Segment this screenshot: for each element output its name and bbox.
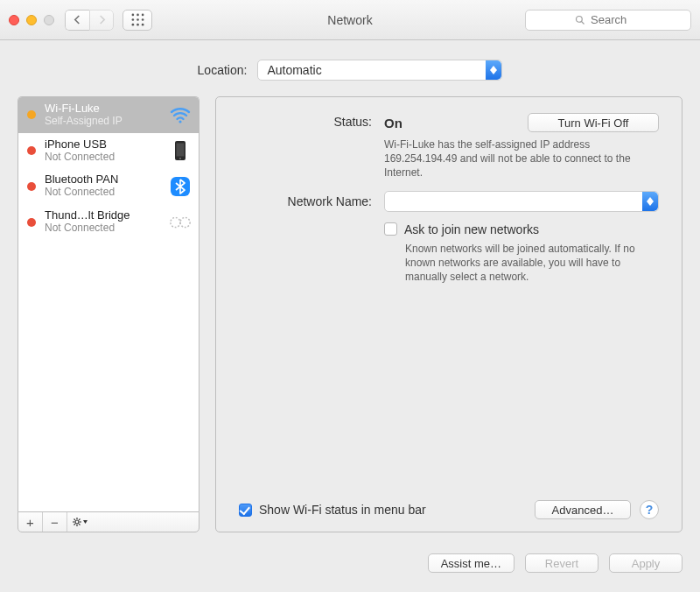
svg-point-9 bbox=[577, 16, 583, 22]
chevron-left-icon bbox=[74, 15, 81, 25]
window-controls bbox=[9, 15, 54, 25]
service-name: Thund…lt Bridge bbox=[45, 209, 160, 222]
chevron-right-icon bbox=[98, 15, 106, 25]
status-dot-icon bbox=[27, 182, 36, 191]
svg-rect-15 bbox=[177, 144, 185, 157]
nav-segment bbox=[65, 10, 114, 31]
status-dot-icon bbox=[27, 110, 36, 119]
service-name: Wi-Fi-Luke bbox=[45, 102, 160, 116]
search-field[interactable] bbox=[525, 10, 691, 31]
panel-footer: Show Wi-Fi status in menu bar Advanced… … bbox=[239, 500, 659, 519]
thunderbolt-bridge-icon bbox=[169, 212, 192, 233]
service-status: Not Connected bbox=[45, 222, 160, 235]
svg-point-1 bbox=[136, 14, 139, 17]
service-bluetooth-pan[interactable]: Bluetooth PAN Not Connected bbox=[18, 168, 199, 204]
minimize-window-button[interactable] bbox=[26, 15, 37, 25]
svg-point-13 bbox=[178, 121, 181, 123]
service-action-menu-button[interactable] bbox=[67, 512, 92, 532]
sidebar: Wi-Fi-Luke Self-Assigned IP bbox=[18, 96, 200, 532]
service-wifi[interactable]: Wi-Fi-Luke Self-Assigned IP bbox=[18, 97, 199, 133]
titlebar: Network bbox=[0, 0, 700, 40]
ask-join-checkbox-row[interactable]: Ask to join new networks bbox=[384, 222, 659, 236]
stepper-icon bbox=[486, 60, 501, 80]
svg-point-7 bbox=[136, 24, 139, 26]
show-menubar-checkbox-row[interactable]: Show Wi-Fi status in menu bar bbox=[239, 503, 426, 517]
apply-button: Apply bbox=[609, 553, 682, 573]
svg-point-20 bbox=[75, 520, 79, 524]
svg-point-8 bbox=[141, 24, 144, 26]
network-name-label: Network Name: bbox=[239, 194, 384, 208]
help-button[interactable]: ? bbox=[640, 500, 659, 519]
ask-join-checkbox[interactable] bbox=[384, 222, 397, 236]
service-iphone-usb[interactable]: iPhone USB Not Connected bbox=[18, 133, 199, 169]
svg-line-28 bbox=[79, 519, 80, 520]
location-label: Location: bbox=[198, 63, 248, 77]
svg-point-0 bbox=[131, 14, 134, 17]
detail-panel: Status: On Turn Wi-Fi Off Wi-Fi-Luke has… bbox=[215, 96, 682, 532]
toggle-wifi-button[interactable]: Turn Wi-Fi Off bbox=[528, 113, 659, 132]
svg-point-18 bbox=[171, 217, 180, 227]
show-menubar-label: Show Wi-Fi status in menu bar bbox=[259, 503, 426, 517]
back-button[interactable] bbox=[65, 10, 89, 31]
gear-dropdown-icon bbox=[72, 516, 88, 528]
network-name-row: Network Name: bbox=[239, 191, 659, 212]
status-dot-icon bbox=[27, 218, 36, 227]
ask-join-label: Ask to join new networks bbox=[404, 222, 539, 236]
svg-point-19 bbox=[180, 217, 190, 227]
show-menubar-checkbox[interactable] bbox=[239, 504, 252, 517]
grid-icon bbox=[131, 13, 144, 26]
bluetooth-icon bbox=[169, 176, 192, 197]
svg-line-26 bbox=[79, 524, 80, 525]
ask-join-hint: Known networks will be joined automatica… bbox=[405, 242, 659, 285]
close-window-button[interactable] bbox=[9, 15, 19, 25]
svg-point-6 bbox=[131, 24, 134, 26]
status-value: On bbox=[384, 116, 402, 130]
network-name-combo[interactable] bbox=[384, 191, 659, 212]
add-service-button[interactable]: + bbox=[18, 512, 43, 532]
location-value: Automatic bbox=[267, 63, 321, 77]
assist-button[interactable]: Assist me… bbox=[428, 553, 514, 573]
status-row: Status: On Turn Wi-Fi Off Wi-Fi-Luke has… bbox=[239, 113, 659, 180]
service-status: Self-Assigned IP bbox=[45, 116, 160, 128]
search-input[interactable] bbox=[589, 12, 641, 27]
wifi-icon bbox=[169, 104, 192, 125]
service-status: Not Connected bbox=[45, 152, 160, 164]
service-status: Not Connected bbox=[45, 187, 160, 199]
show-all-prefs-button[interactable] bbox=[122, 10, 152, 31]
svg-line-25 bbox=[74, 519, 75, 520]
status-dot-icon bbox=[27, 146, 36, 155]
svg-marker-31 bbox=[647, 201, 654, 206]
svg-point-3 bbox=[131, 18, 134, 21]
service-thunderbolt-bridge[interactable]: Thund…lt Bridge Not Connected bbox=[18, 204, 199, 240]
remove-service-button[interactable]: − bbox=[43, 512, 67, 532]
zoom-window-button bbox=[44, 15, 54, 25]
service-name: iPhone USB bbox=[45, 138, 160, 152]
stepper-icon bbox=[642, 192, 658, 211]
svg-point-16 bbox=[179, 158, 181, 159]
status-description: Wi-Fi-Luke has the self-assigned IP addr… bbox=[384, 137, 647, 180]
ask-join-row: Ask to join new networks Known networks … bbox=[239, 222, 659, 285]
svg-point-4 bbox=[136, 18, 139, 21]
svg-line-10 bbox=[582, 21, 584, 24]
service-name: Bluetooth PAN bbox=[45, 173, 160, 187]
svg-point-2 bbox=[141, 14, 144, 17]
svg-point-5 bbox=[141, 18, 144, 21]
status-label: Status: bbox=[239, 113, 384, 129]
search-icon bbox=[575, 15, 585, 25]
location-popup[interactable]: Automatic bbox=[257, 60, 502, 81]
svg-marker-29 bbox=[83, 520, 88, 524]
iphone-icon bbox=[169, 140, 192, 161]
svg-line-27 bbox=[74, 524, 75, 525]
revert-button: Revert bbox=[525, 553, 598, 573]
dialog-buttons: Assist me… Revert Apply bbox=[0, 545, 700, 573]
forward-button bbox=[89, 10, 114, 31]
location-row: Location: Automatic bbox=[0, 40, 700, 96]
advanced-button[interactable]: Advanced… bbox=[535, 500, 631, 519]
main-area: Wi-Fi-Luke Self-Assigned IP bbox=[0, 96, 700, 545]
svg-marker-12 bbox=[490, 70, 497, 74]
service-list: Wi-Fi-Luke Self-Assigned IP bbox=[18, 96, 200, 511]
sidebar-footer: + − bbox=[18, 511, 200, 532]
